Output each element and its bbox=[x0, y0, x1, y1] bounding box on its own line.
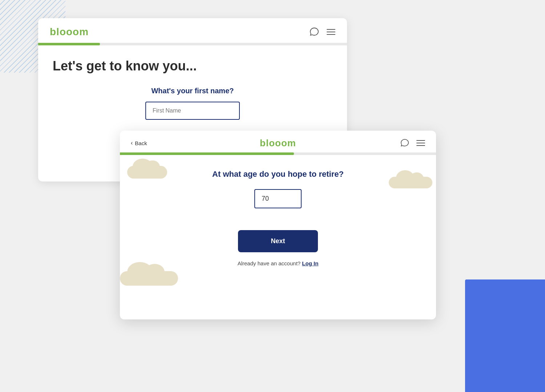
chat-bubble-icon[interactable] bbox=[309, 27, 319, 37]
first-name-input[interactable] bbox=[145, 102, 240, 120]
cloud-top-right bbox=[389, 177, 432, 188]
fg-progress-bar bbox=[120, 152, 436, 155]
cloud-top-left bbox=[127, 166, 167, 179]
bg-input-wrapper bbox=[53, 102, 332, 120]
account-text-label: Already have an account? bbox=[238, 260, 300, 266]
back-button[interactable]: ‹ Back bbox=[131, 140, 147, 146]
bg-logo: blooom bbox=[50, 26, 89, 38]
blue-rect-decoration bbox=[465, 279, 545, 392]
login-link[interactable]: Log In bbox=[302, 260, 318, 266]
chat-bubble-icon[interactable] bbox=[400, 138, 410, 148]
fg-card-body: At what age do you hope to retire? Next … bbox=[120, 155, 436, 315]
bg-progress-fill bbox=[38, 43, 100, 45]
hamburger-menu-icon[interactable] bbox=[416, 140, 425, 146]
back-chevron-icon: ‹ bbox=[131, 140, 133, 146]
foreground-card: ‹ Back blooom At what age do you hope to… bbox=[120, 131, 436, 319]
bg-card-header: blooom bbox=[38, 18, 347, 38]
retire-age-input[interactable] bbox=[254, 189, 302, 208]
cloud-bottom-left bbox=[120, 271, 178, 286]
fg-progress-fill bbox=[120, 152, 294, 155]
hamburger-menu-icon[interactable] bbox=[327, 29, 335, 35]
bg-card-content: Let's get to know you... What's your fir… bbox=[38, 45, 347, 133]
bg-header-icons bbox=[309, 27, 335, 37]
bg-page-title: Let's get to know you... bbox=[53, 58, 332, 74]
account-prompt: Already have an account? Log In bbox=[238, 260, 319, 266]
fg-logo: blooom bbox=[260, 138, 296, 149]
bg-progress-bar bbox=[38, 43, 347, 45]
retire-age-question: At what age do you hope to retire? bbox=[212, 170, 344, 179]
fg-card-header: ‹ Back blooom bbox=[120, 131, 436, 148]
bg-question-label: What's your first name? bbox=[53, 87, 332, 95]
fg-header-icons bbox=[400, 138, 425, 148]
next-button[interactable]: Next bbox=[238, 230, 318, 252]
back-label: Back bbox=[135, 140, 147, 146]
